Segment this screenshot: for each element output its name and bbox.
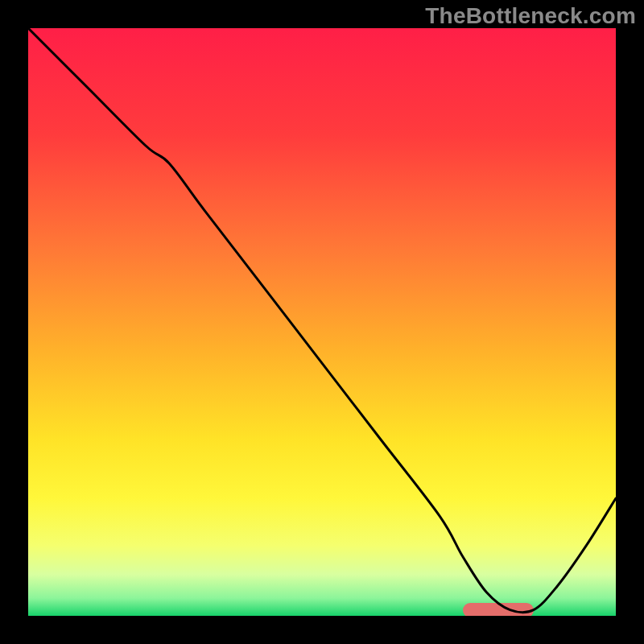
chart-frame: TheBottleneck.com	[0, 0, 644, 644]
bottleneck-curve	[28, 28, 616, 616]
plot-area	[28, 28, 616, 616]
watermark-text: TheBottleneck.com	[425, 3, 636, 29]
